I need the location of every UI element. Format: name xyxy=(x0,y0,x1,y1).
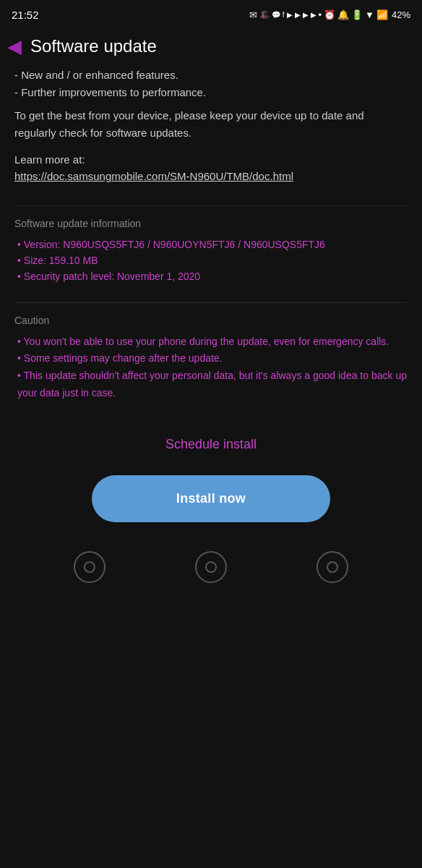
schedule-install-button[interactable]: Schedule install xyxy=(14,425,408,464)
header: ◀ Software update xyxy=(0,29,422,67)
battery-text: 42% xyxy=(392,9,410,20)
divider1 xyxy=(14,205,408,206)
youtube4-icon: ▶ xyxy=(311,11,316,19)
status-bar: 21:52 ✉ 🎩 💬 f ▶ ▶ ▶ ▶ • ⏰ 🔔 🔋 ▼ 📶 42% xyxy=(0,0,422,29)
mail-icon: ✉ xyxy=(249,9,257,20)
facebook-icon: f xyxy=(283,11,285,19)
learn-more-section: Learn more at: https://doc.samsungmobile… xyxy=(14,153,408,185)
description-line3: To get the best from your device, please… xyxy=(14,107,408,142)
battery-icon: 🔋 xyxy=(351,9,363,20)
learn-more-link[interactable]: https://doc.samsungmobile.com/SM-N960U/T… xyxy=(14,169,408,185)
hat-icon: 🎩 xyxy=(259,10,270,20)
install-now-button[interactable]: Install now xyxy=(92,475,330,522)
alarm-icon: ⏰ xyxy=(324,9,335,20)
divider2 xyxy=(14,302,408,303)
description-line1: - New and / or enhanced features. xyxy=(14,67,408,84)
nav-recents-inner xyxy=(327,561,338,573)
learn-more-label: Learn more at: xyxy=(14,153,408,166)
back-button[interactable]: ◀ xyxy=(7,37,22,56)
caution-item1: • You won't be able to use your phone du… xyxy=(14,333,408,351)
nav-home-inner xyxy=(205,561,217,573)
caution-section: Caution • You won't be able to use your … xyxy=(14,315,408,402)
dot-icon: • xyxy=(319,9,322,20)
update-info-title: Software update information xyxy=(14,218,408,229)
discord-icon: 💬 xyxy=(272,11,280,19)
signal-icon: 📶 xyxy=(376,9,388,20)
youtube-icon: ▶ xyxy=(287,11,293,19)
caution-title: Caution xyxy=(14,315,408,326)
page-title: Software update xyxy=(30,36,157,56)
description-line2: - Further improvements to performance. xyxy=(14,84,408,101)
status-time: 21:52 xyxy=(12,9,39,21)
nav-back-inner xyxy=(84,561,95,573)
caution-item3: • This update shouldn't affect your pers… xyxy=(14,367,408,402)
nav-bar xyxy=(0,540,422,595)
nav-back-icon[interactable] xyxy=(74,551,106,583)
bell-icon: 🔔 xyxy=(337,9,349,20)
size-info: • Size: 159.10 MB xyxy=(14,252,408,268)
main-content: - New and / or enhanced features. - Furt… xyxy=(0,67,422,522)
security-patch-info: • Security patch level: November 1, 2020 xyxy=(14,268,408,284)
wifi-icon: ▼ xyxy=(365,9,374,20)
nav-home-icon[interactable] xyxy=(195,551,227,583)
youtube3-icon: ▶ xyxy=(303,11,309,19)
nav-recents-icon[interactable] xyxy=(316,551,348,583)
version-info: • Version: N960USQS5FTJ6 / N960UOYN5FTJ6… xyxy=(14,237,408,252)
caution-item2: • Some settings may change after the upd… xyxy=(14,350,408,367)
youtube2-icon: ▶ xyxy=(295,11,301,19)
update-info-section: Software update information • Version: N… xyxy=(14,218,408,285)
status-icons: ✉ 🎩 💬 f ▶ ▶ ▶ ▶ • ⏰ 🔔 🔋 ▼ 📶 42% xyxy=(249,9,410,20)
description-block: - New and / or enhanced features. - Furt… xyxy=(14,67,408,142)
